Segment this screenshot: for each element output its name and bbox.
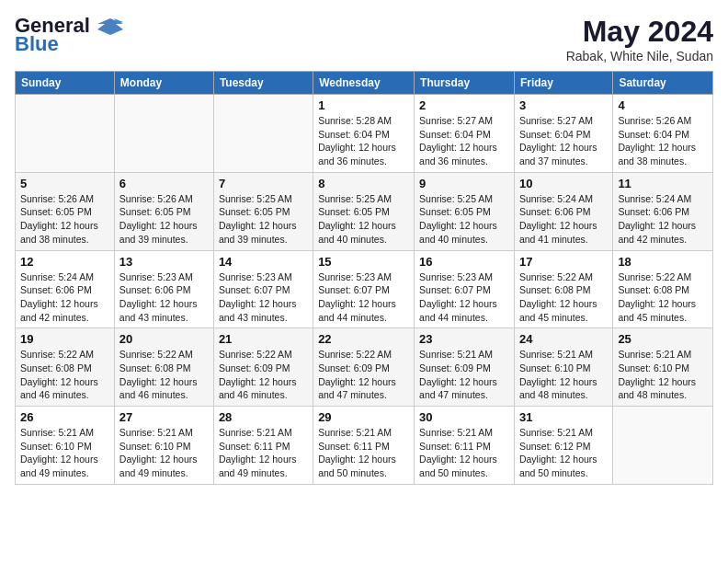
- day-number: 2: [419, 98, 509, 112]
- calendar-table: Sunday Monday Tuesday Wednesday Thursday…: [15, 71, 713, 485]
- day-number: 3: [519, 98, 608, 112]
- col-friday: Friday: [514, 72, 612, 95]
- col-sunday: Sunday: [16, 72, 115, 95]
- day-info: Sunrise: 5:25 AMSunset: 6:05 PMDaylight:…: [419, 192, 509, 247]
- day-info: Sunrise: 5:21 AMSunset: 6:10 PMDaylight:…: [20, 426, 109, 480]
- day-info: Sunrise: 5:25 AMSunset: 6:05 PMDaylight:…: [318, 192, 409, 247]
- day-number: 29: [318, 410, 409, 424]
- day-info: Sunrise: 5:26 AMSunset: 6:05 PMDaylight:…: [119, 192, 209, 247]
- calendar-week-4: 19Sunrise: 5:22 AMSunset: 6:08 PMDayligh…: [16, 328, 713, 407]
- day-info: Sunrise: 5:25 AMSunset: 6:05 PMDaylight:…: [219, 192, 308, 247]
- col-tuesday: Tuesday: [213, 72, 313, 95]
- month-year-title: May 2024: [566, 15, 713, 49]
- calendar-week-3: 12Sunrise: 5:24 AMSunset: 6:06 PMDayligh…: [16, 250, 713, 328]
- calendar-cell: 24Sunrise: 5:21 AMSunset: 6:10 PMDayligh…: [514, 328, 612, 407]
- day-number: 8: [318, 177, 409, 190]
- calendar-cell: 3Sunrise: 5:27 AMSunset: 6:04 PMDaylight…: [514, 95, 612, 173]
- calendar-cell: 20Sunrise: 5:22 AMSunset: 6:08 PMDayligh…: [114, 328, 213, 407]
- day-number: 28: [219, 410, 308, 424]
- calendar-cell: [114, 95, 213, 173]
- col-saturday: Saturday: [613, 72, 713, 95]
- day-number: 30: [419, 410, 509, 424]
- day-info: Sunrise: 5:24 AMSunset: 6:06 PMDaylight:…: [618, 192, 708, 247]
- col-thursday: Thursday: [415, 72, 515, 95]
- day-info: Sunrise: 5:21 AMSunset: 6:10 PMDaylight:…: [119, 426, 209, 480]
- calendar-cell: 11Sunrise: 5:24 AMSunset: 6:06 PMDayligh…: [613, 172, 713, 250]
- calendar-cell: 8Sunrise: 5:25 AMSunset: 6:05 PMDaylight…: [313, 172, 415, 250]
- calendar-cell: [613, 407, 713, 485]
- calendar-cell: 13Sunrise: 5:23 AMSunset: 6:06 PMDayligh…: [114, 250, 213, 328]
- calendar-cell: 31Sunrise: 5:21 AMSunset: 6:12 PMDayligh…: [514, 407, 612, 485]
- day-number: 14: [219, 255, 308, 269]
- logo-bird-icon: [97, 17, 123, 37]
- day-info: Sunrise: 5:24 AMSunset: 6:06 PMDaylight:…: [519, 192, 608, 247]
- day-info: Sunrise: 5:21 AMSunset: 6:10 PMDaylight:…: [519, 348, 608, 402]
- calendar-cell: 2Sunrise: 5:27 AMSunset: 6:04 PMDaylight…: [415, 95, 515, 173]
- day-info: Sunrise: 5:21 AMSunset: 6:09 PMDaylight:…: [419, 348, 509, 402]
- calendar-cell: 25Sunrise: 5:21 AMSunset: 6:10 PMDayligh…: [613, 328, 713, 407]
- calendar-cell: 28Sunrise: 5:21 AMSunset: 6:11 PMDayligh…: [213, 407, 313, 485]
- day-info: Sunrise: 5:21 AMSunset: 6:11 PMDaylight:…: [419, 426, 509, 480]
- logo: General Blue: [15, 15, 125, 55]
- calendar-cell: 1Sunrise: 5:28 AMSunset: 6:04 PMDaylight…: [313, 95, 415, 173]
- day-number: 15: [318, 255, 409, 269]
- col-monday: Monday: [114, 72, 213, 95]
- day-info: Sunrise: 5:22 AMSunset: 6:09 PMDaylight:…: [219, 348, 308, 402]
- calendar-week-5: 26Sunrise: 5:21 AMSunset: 6:10 PMDayligh…: [16, 407, 713, 485]
- day-number: 24: [519, 332, 608, 346]
- day-number: 20: [119, 332, 209, 346]
- day-number: 26: [20, 410, 109, 424]
- day-info: Sunrise: 5:22 AMSunset: 6:09 PMDaylight:…: [318, 348, 409, 402]
- day-info: Sunrise: 5:22 AMSunset: 6:08 PMDaylight:…: [119, 348, 209, 402]
- day-number: 13: [119, 255, 209, 269]
- day-info: Sunrise: 5:27 AMSunset: 6:04 PMDaylight:…: [419, 114, 509, 168]
- day-number: 1: [318, 98, 409, 112]
- day-number: 5: [20, 177, 109, 190]
- day-info: Sunrise: 5:23 AMSunset: 6:07 PMDaylight:…: [419, 270, 509, 325]
- day-number: 23: [419, 332, 509, 346]
- day-info: Sunrise: 5:28 AMSunset: 6:04 PMDaylight:…: [318, 114, 409, 168]
- day-info: Sunrise: 5:22 AMSunset: 6:08 PMDaylight:…: [618, 270, 708, 325]
- day-number: 12: [20, 255, 109, 269]
- day-number: 19: [20, 332, 109, 346]
- calendar-cell: 23Sunrise: 5:21 AMSunset: 6:09 PMDayligh…: [415, 328, 515, 407]
- day-number: 17: [519, 255, 608, 269]
- calendar-cell: 5Sunrise: 5:26 AMSunset: 6:05 PMDaylight…: [16, 172, 115, 250]
- day-info: Sunrise: 5:22 AMSunset: 6:08 PMDaylight:…: [519, 270, 608, 325]
- day-info: Sunrise: 5:21 AMSunset: 6:12 PMDaylight:…: [519, 426, 608, 480]
- day-number: 10: [519, 177, 608, 190]
- day-number: 11: [618, 177, 708, 190]
- day-info: Sunrise: 5:27 AMSunset: 6:04 PMDaylight:…: [519, 114, 608, 168]
- day-number: 4: [618, 98, 708, 112]
- calendar-cell: 18Sunrise: 5:22 AMSunset: 6:08 PMDayligh…: [613, 250, 713, 328]
- col-wednesday: Wednesday: [313, 72, 415, 95]
- calendar-header-row: Sunday Monday Tuesday Wednesday Thursday…: [16, 72, 713, 95]
- calendar-week-2: 5Sunrise: 5:26 AMSunset: 6:05 PMDaylight…: [16, 172, 713, 250]
- calendar-cell: 10Sunrise: 5:24 AMSunset: 6:06 PMDayligh…: [514, 172, 612, 250]
- calendar-cell: 27Sunrise: 5:21 AMSunset: 6:10 PMDayligh…: [114, 407, 213, 485]
- day-number: 16: [419, 255, 509, 269]
- calendar-cell: 22Sunrise: 5:22 AMSunset: 6:09 PMDayligh…: [313, 328, 415, 407]
- calendar-cell: 6Sunrise: 5:26 AMSunset: 6:05 PMDaylight…: [114, 172, 213, 250]
- calendar-cell: 14Sunrise: 5:23 AMSunset: 6:07 PMDayligh…: [213, 250, 313, 328]
- day-number: 27: [119, 410, 209, 424]
- day-info: Sunrise: 5:23 AMSunset: 6:07 PMDaylight:…: [318, 270, 409, 325]
- day-info: Sunrise: 5:23 AMSunset: 6:07 PMDaylight:…: [219, 270, 308, 325]
- calendar-cell: [213, 95, 313, 173]
- day-number: 18: [618, 255, 708, 269]
- day-number: 22: [318, 332, 409, 346]
- page-header: General Blue May 2024 Rabak, White Nile,…: [15, 15, 713, 63]
- calendar-cell: 12Sunrise: 5:24 AMSunset: 6:06 PMDayligh…: [16, 250, 115, 328]
- day-info: Sunrise: 5:23 AMSunset: 6:06 PMDaylight:…: [119, 270, 209, 325]
- calendar-cell: 26Sunrise: 5:21 AMSunset: 6:10 PMDayligh…: [16, 407, 115, 485]
- calendar-cell: 4Sunrise: 5:26 AMSunset: 6:04 PMDaylight…: [613, 95, 713, 173]
- calendar-cell: 30Sunrise: 5:21 AMSunset: 6:11 PMDayligh…: [415, 407, 515, 485]
- day-number: 21: [219, 332, 308, 346]
- day-info: Sunrise: 5:21 AMSunset: 6:10 PMDaylight:…: [618, 348, 708, 402]
- day-info: Sunrise: 5:22 AMSunset: 6:08 PMDaylight:…: [20, 348, 109, 402]
- title-block: May 2024 Rabak, White Nile, Sudan: [566, 15, 713, 63]
- day-number: 31: [519, 410, 608, 424]
- day-number: 7: [219, 177, 308, 190]
- calendar-cell: 7Sunrise: 5:25 AMSunset: 6:05 PMDaylight…: [213, 172, 313, 250]
- day-info: Sunrise: 5:26 AMSunset: 6:04 PMDaylight:…: [618, 114, 708, 168]
